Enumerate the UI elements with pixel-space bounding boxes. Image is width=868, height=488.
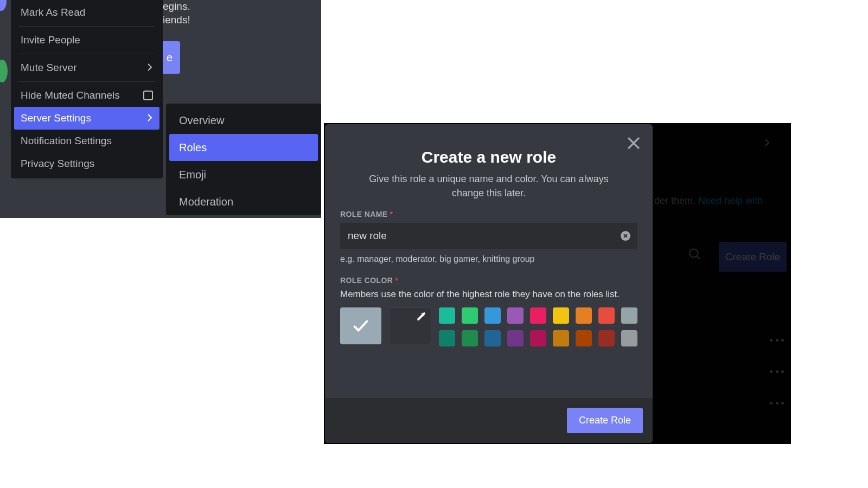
create-role-button[interactable]: Create Role [567, 408, 643, 433]
color-swatch[interactable] [484, 330, 501, 346]
custom-color-swatch[interactable] [389, 307, 431, 344]
modal-footer: Create Role [325, 398, 653, 443]
required-asterisk: * [395, 276, 398, 285]
menu-item-label: Privacy Settings [21, 158, 94, 170]
modal-description: Give this role a unique name and color. … [353, 172, 624, 200]
color-swatch[interactable] [598, 330, 615, 346]
menu-item-label: Invite People [21, 34, 80, 46]
menu-item-label: Mark As Read [21, 7, 85, 18]
server-icon[interactable] [0, 60, 8, 82]
color-swatch[interactable] [553, 307, 569, 324]
create-role-modal: Create a new role Give this role a uniqu… [325, 124, 653, 443]
color-swatch[interactable] [553, 330, 569, 346]
server-icon[interactable] [0, 0, 7, 11]
default-color-swatch[interactable] [340, 307, 381, 344]
role-name-label: ROLE NAME* [340, 210, 637, 219]
color-row-2 [439, 330, 637, 346]
color-swatch[interactable] [621, 307, 637, 324]
roles-page-background: der them. Need help with Create Role Cre… [324, 123, 791, 444]
menu-separator [18, 26, 155, 27]
menu-item-label: Notification Settings [21, 135, 112, 147]
check-icon [352, 317, 370, 335]
submenu-item-label: Roles [179, 142, 207, 154]
chevron-right-icon [148, 112, 153, 124]
context-menu-item[interactable]: Mark As Read [14, 1, 159, 24]
modal-header: Create a new role Give this role a uniqu… [325, 124, 653, 210]
color-picker [340, 307, 637, 346]
eyedropper-icon [416, 311, 426, 322]
backdrop-text-line1: egins. [163, 0, 190, 14]
menu-separator [18, 81, 155, 82]
color-swatch[interactable] [462, 330, 478, 346]
clear-input-icon[interactable] [620, 230, 631, 241]
menu-separator [18, 54, 155, 54]
color-swatch[interactable] [507, 330, 524, 346]
modal-body: ROLE NAME* e.g. manager, moderator, big … [325, 210, 653, 346]
color-swatch[interactable] [507, 307, 524, 324]
role-color-description: Members use the color of the highest rol… [340, 289, 637, 300]
color-swatch[interactable] [530, 307, 546, 324]
submenu-item-label: Emoji [179, 169, 206, 181]
submenu-item[interactable]: Moderation [169, 188, 318, 215]
server-context-menu: Mark As ReadInvite PeopleMute ServerHide… [11, 0, 163, 178]
submenu-item[interactable]: Emoji [169, 161, 318, 188]
context-menu-item[interactable]: Invite People [14, 29, 159, 52]
context-menu-item[interactable]: Privacy Settings [14, 152, 159, 175]
required-asterisk: * [390, 210, 393, 219]
role-name-hint: e.g. manager, moderator, big gamer, knit… [340, 254, 637, 264]
server-icon[interactable] [0, 92, 5, 108]
role-name-input[interactable] [340, 223, 637, 249]
submenu-item-label: Overview [179, 114, 224, 127]
modal-title: Create a new role [340, 148, 637, 166]
color-swatch[interactable] [576, 330, 592, 346]
context-menu-item[interactable]: Notification Settings [14, 130, 159, 152]
server-context-menu-area: egins. iends! e Mark As ReadInvite Peopl… [0, 0, 321, 218]
menu-item-label: Server Settings [21, 112, 91, 124]
server-settings-submenu: OverviewRolesEmojiModeration [166, 104, 321, 215]
color-swatch[interactable] [530, 330, 546, 346]
submenu-item-label: Moderation [179, 196, 233, 208]
context-menu-item[interactable]: Hide Muted Channels [14, 84, 159, 107]
color-swatch[interactable] [462, 307, 478, 324]
submenu-item[interactable]: Overview [169, 107, 318, 134]
backdrop-text-line2: iends! [163, 14, 190, 26]
color-swatch[interactable] [576, 307, 592, 324]
chevron-right-icon [148, 62, 153, 74]
color-swatch[interactable] [598, 307, 615, 324]
color-swatch[interactable] [621, 330, 637, 346]
checkbox-icon [143, 91, 153, 100]
context-menu-item[interactable]: Server Settings [14, 107, 159, 130]
color-swatch[interactable] [484, 307, 501, 324]
submenu-item[interactable]: Roles [169, 134, 318, 161]
close-icon[interactable] [624, 134, 643, 152]
context-menu-item[interactable]: Mute Server [14, 56, 159, 79]
color-swatch[interactable] [439, 330, 455, 346]
color-row-1 [439, 307, 637, 324]
color-swatch[interactable] [439, 307, 455, 324]
menu-item-label: Hide Muted Channels [21, 89, 120, 101]
menu-item-label: Mute Server [21, 62, 76, 74]
server-icon[interactable] [0, 24, 5, 40]
role-name-input-wrapper [340, 223, 637, 249]
role-color-label: ROLE COLOR* [340, 276, 637, 285]
